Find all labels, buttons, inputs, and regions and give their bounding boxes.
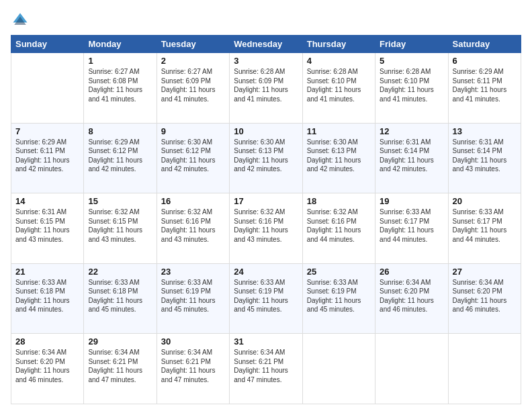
day-number: 13 <box>453 126 517 136</box>
day-info: Sunrise: 6:29 AM Sunset: 6:11 PM Dayligh… <box>15 138 79 174</box>
day-info: Sunrise: 6:34 AM Sunset: 6:20 PM Dayligh… <box>453 278 517 314</box>
day-number: 3 <box>234 56 298 66</box>
day-info: Sunrise: 6:30 AM Sunset: 6:12 PM Dayligh… <box>161 138 225 174</box>
day-number: 20 <box>453 196 517 206</box>
calendar-cell: 6Sunrise: 6:29 AM Sunset: 6:11 PM Daylig… <box>448 53 521 124</box>
day-number: 4 <box>307 56 371 66</box>
day-info: Sunrise: 6:34 AM Sunset: 6:21 PM Dayligh… <box>161 348 225 384</box>
day-number: 27 <box>453 267 517 277</box>
day-number: 7 <box>15 126 79 136</box>
day-number: 5 <box>380 56 443 66</box>
day-info: Sunrise: 6:34 AM Sunset: 6:21 PM Dayligh… <box>234 348 298 384</box>
day-info: Sunrise: 6:29 AM Sunset: 6:12 PM Dayligh… <box>88 138 152 174</box>
day-info: Sunrise: 6:28 AM Sunset: 6:10 PM Dayligh… <box>307 67 371 103</box>
calendar-cell: 3Sunrise: 6:28 AM Sunset: 6:09 PM Daylig… <box>230 53 302 124</box>
day-info: Sunrise: 6:32 AM Sunset: 6:16 PM Dayligh… <box>234 208 298 244</box>
day-number: 11 <box>307 126 371 136</box>
day-number: 19 <box>380 196 443 206</box>
weekday-header: Friday <box>375 36 448 53</box>
day-number: 10 <box>234 126 298 136</box>
day-info: Sunrise: 6:34 AM Sunset: 6:21 PM Dayligh… <box>88 348 152 384</box>
day-number: 23 <box>161 267 225 277</box>
day-number: 18 <box>307 196 371 206</box>
calendar-cell: 8Sunrise: 6:29 AM Sunset: 6:12 PM Daylig… <box>84 123 157 193</box>
day-info: Sunrise: 6:29 AM Sunset: 6:11 PM Dayligh… <box>453 67 517 103</box>
day-info: Sunrise: 6:28 AM Sunset: 6:09 PM Dayligh… <box>234 67 298 103</box>
day-info: Sunrise: 6:33 AM Sunset: 6:17 PM Dayligh… <box>380 208 443 244</box>
day-info: Sunrise: 6:32 AM Sunset: 6:16 PM Dayligh… <box>307 208 371 244</box>
calendar-cell: 18Sunrise: 6:32 AM Sunset: 6:16 PM Dayli… <box>302 193 375 264</box>
day-info: Sunrise: 6:27 AM Sunset: 6:09 PM Dayligh… <box>161 67 225 103</box>
calendar-cell: 23Sunrise: 6:33 AM Sunset: 6:19 PM Dayli… <box>157 263 229 334</box>
day-info: Sunrise: 6:33 AM Sunset: 6:18 PM Dayligh… <box>88 278 152 314</box>
day-number: 26 <box>380 267 443 277</box>
calendar-cell: 30Sunrise: 6:34 AM Sunset: 6:21 PM Dayli… <box>157 334 229 404</box>
calendar-cell: 11Sunrise: 6:30 AM Sunset: 6:13 PM Dayli… <box>302 123 375 193</box>
calendar-cell: 22Sunrise: 6:33 AM Sunset: 6:18 PM Dayli… <box>84 263 157 334</box>
weekday-header: Monday <box>84 36 157 53</box>
calendar-cell: 12Sunrise: 6:31 AM Sunset: 6:14 PM Dayli… <box>375 123 448 193</box>
calendar-cell: 4Sunrise: 6:28 AM Sunset: 6:10 PM Daylig… <box>302 53 375 124</box>
day-number: 30 <box>161 336 225 347</box>
calendar-cell: 7Sunrise: 6:29 AM Sunset: 6:11 PM Daylig… <box>11 123 84 193</box>
calendar-cell: 15Sunrise: 6:32 AM Sunset: 6:15 PM Dayli… <box>84 193 157 264</box>
calendar-header-row: SundayMondayTuesdayWednesdayThursdayFrid… <box>11 36 521 53</box>
calendar-cell: 24Sunrise: 6:33 AM Sunset: 6:19 PM Dayli… <box>230 263 302 334</box>
day-info: Sunrise: 6:33 AM Sunset: 6:19 PM Dayligh… <box>234 278 298 314</box>
calendar-cell <box>448 334 521 404</box>
calendar-cell <box>302 334 375 404</box>
day-info: Sunrise: 6:33 AM Sunset: 6:19 PM Dayligh… <box>307 278 371 314</box>
day-info: Sunrise: 6:33 AM Sunset: 6:17 PM Dayligh… <box>453 208 517 244</box>
calendar-week-row: 14Sunrise: 6:31 AM Sunset: 6:15 PM Dayli… <box>11 193 521 264</box>
weekday-header: Saturday <box>448 36 521 53</box>
calendar-cell: 29Sunrise: 6:34 AM Sunset: 6:21 PM Dayli… <box>84 334 157 404</box>
calendar-week-row: 1Sunrise: 6:27 AM Sunset: 6:08 PM Daylig… <box>11 53 521 124</box>
day-number: 28 <box>15 336 79 347</box>
calendar-cell <box>11 53 84 124</box>
day-number: 1 <box>88 56 152 66</box>
calendar-week-row: 21Sunrise: 6:33 AM Sunset: 6:18 PM Dayli… <box>11 263 521 334</box>
calendar-cell: 1Sunrise: 6:27 AM Sunset: 6:08 PM Daylig… <box>84 53 157 124</box>
day-number: 17 <box>234 196 298 206</box>
day-info: Sunrise: 6:33 AM Sunset: 6:19 PM Dayligh… <box>161 278 225 314</box>
calendar-cell: 2Sunrise: 6:27 AM Sunset: 6:09 PM Daylig… <box>157 53 229 124</box>
day-number: 12 <box>380 126 443 136</box>
calendar-cell: 14Sunrise: 6:31 AM Sunset: 6:15 PM Dayli… <box>11 193 84 264</box>
calendar-cell: 19Sunrise: 6:33 AM Sunset: 6:17 PM Dayli… <box>375 193 448 264</box>
calendar-cell: 31Sunrise: 6:34 AM Sunset: 6:21 PM Dayli… <box>230 334 302 404</box>
calendar-week-row: 28Sunrise: 6:34 AM Sunset: 6:20 PM Dayli… <box>11 334 521 404</box>
day-info: Sunrise: 6:31 AM Sunset: 6:15 PM Dayligh… <box>15 208 79 244</box>
logo <box>11 11 32 30</box>
day-number: 22 <box>88 267 152 277</box>
day-number: 14 <box>15 196 79 206</box>
calendar-cell: 10Sunrise: 6:30 AM Sunset: 6:13 PM Dayli… <box>230 123 302 193</box>
calendar-cell: 27Sunrise: 6:34 AM Sunset: 6:20 PM Dayli… <box>448 263 521 334</box>
day-info: Sunrise: 6:32 AM Sunset: 6:15 PM Dayligh… <box>88 208 152 244</box>
calendar-cell: 25Sunrise: 6:33 AM Sunset: 6:19 PM Dayli… <box>302 263 375 334</box>
calendar-cell <box>375 334 448 404</box>
day-number: 8 <box>88 126 152 136</box>
day-info: Sunrise: 6:30 AM Sunset: 6:13 PM Dayligh… <box>307 138 371 174</box>
calendar-table: SundayMondayTuesdayWednesdayThursdayFrid… <box>11 35 521 404</box>
weekday-header: Tuesday <box>157 36 229 53</box>
day-number: 21 <box>15 267 79 277</box>
day-info: Sunrise: 6:31 AM Sunset: 6:14 PM Dayligh… <box>380 138 443 174</box>
calendar-cell: 28Sunrise: 6:34 AM Sunset: 6:20 PM Dayli… <box>11 334 84 404</box>
weekday-header: Sunday <box>11 36 84 53</box>
calendar-cell: 20Sunrise: 6:33 AM Sunset: 6:17 PM Dayli… <box>448 193 521 264</box>
day-number: 2 <box>161 56 225 66</box>
day-info: Sunrise: 6:27 AM Sunset: 6:08 PM Dayligh… <box>88 67 152 103</box>
day-info: Sunrise: 6:32 AM Sunset: 6:16 PM Dayligh… <box>161 208 225 244</box>
weekday-header: Wednesday <box>230 36 302 53</box>
logo-icon <box>11 11 30 30</box>
calendar-cell: 17Sunrise: 6:32 AM Sunset: 6:16 PM Dayli… <box>230 193 302 264</box>
calendar-cell: 5Sunrise: 6:28 AM Sunset: 6:10 PM Daylig… <box>375 53 448 124</box>
day-number: 25 <box>307 267 371 277</box>
calendar-cell: 26Sunrise: 6:34 AM Sunset: 6:20 PM Dayli… <box>375 263 448 334</box>
day-info: Sunrise: 6:28 AM Sunset: 6:10 PM Dayligh… <box>380 67 443 103</box>
day-number: 9 <box>161 126 225 136</box>
day-number: 6 <box>453 56 517 66</box>
day-number: 29 <box>88 336 152 347</box>
calendar-week-row: 7Sunrise: 6:29 AM Sunset: 6:11 PM Daylig… <box>11 123 521 193</box>
calendar-cell: 9Sunrise: 6:30 AM Sunset: 6:12 PM Daylig… <box>157 123 229 193</box>
